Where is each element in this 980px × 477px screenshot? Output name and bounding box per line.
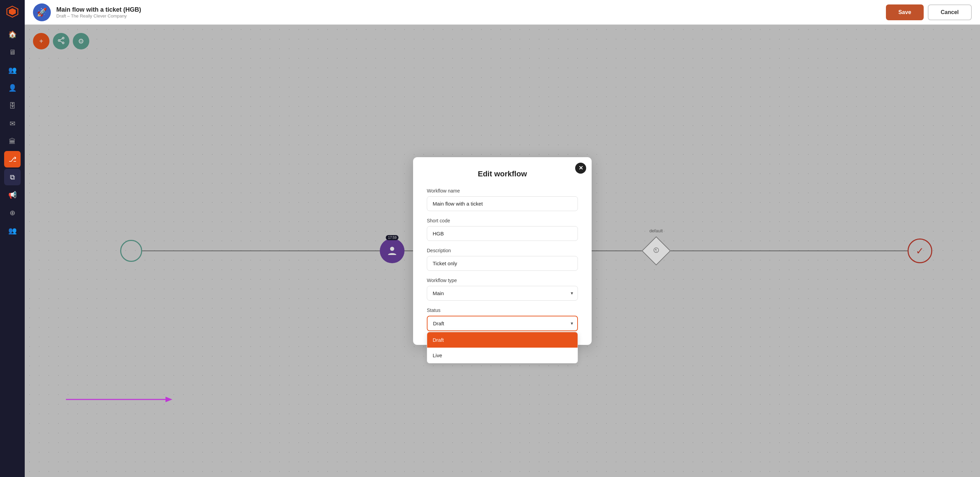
- short-code-label: Short code: [427, 218, 578, 223]
- short-code-input[interactable]: [427, 226, 578, 241]
- workflow-type-select-wrapper: Main Sub Event ▾: [427, 286, 578, 301]
- status-select-display[interactable]: Draft ▾: [427, 316, 578, 331]
- team-icon: 👥: [8, 227, 17, 235]
- sidebar-item-contacts[interactable]: 👤: [4, 79, 21, 96]
- short-code-field: Short code: [427, 218, 578, 241]
- status-select-wrapper: Draft ▾ Draft Live: [427, 316, 578, 331]
- header-subtitle: Draft – The Really Clever Company: [56, 13, 880, 19]
- workflow-type-field: Workflow type Main Sub Event ▾: [427, 277, 578, 301]
- sidebar-item-routes[interactable]: ⊕: [4, 204, 21, 221]
- header-title-group: Main flow with a ticket (HGB) Draft – Th…: [56, 6, 880, 19]
- sidebar-item-home[interactable]: 🏠: [4, 26, 21, 43]
- sidebar-item-database[interactable]: 🗄: [4, 97, 21, 114]
- status-field: Status Draft ▾ Draft Live: [427, 307, 578, 331]
- routes-icon: ⊕: [10, 209, 16, 217]
- description-label: Description: [427, 248, 578, 253]
- sidebar-item-bank[interactable]: 🏛: [4, 133, 21, 150]
- users-icon: 👥: [8, 66, 17, 74]
- sidebar-item-mail[interactable]: ✉: [4, 115, 21, 132]
- sidebar-item-team[interactable]: 👥: [4, 222, 21, 239]
- modal-close-button[interactable]: ✕: [575, 163, 586, 174]
- workflow-name-field: Workflow name: [427, 188, 578, 211]
- contacts-icon: 👤: [8, 84, 17, 92]
- copy-icon: ⧉: [10, 173, 15, 181]
- workflow-type-label: Workflow type: [427, 277, 578, 283]
- home-icon: 🏠: [8, 30, 17, 38]
- status-option-draft[interactable]: Draft: [427, 332, 578, 348]
- sidebar-item-git[interactable]: ⎇: [4, 151, 21, 168]
- bank-icon: 🏛: [9, 138, 16, 146]
- close-icon: ✕: [579, 165, 583, 171]
- sidebar-item-screens[interactable]: 🖥: [4, 44, 21, 60]
- description-field: Description: [427, 248, 578, 271]
- sidebar: 🏠 🖥 👥 👤 🗄 ✉ 🏛 ⎇ ⧉ 📢 ⊕ 👥: [0, 0, 25, 477]
- database-icon: 🗄: [9, 102, 16, 110]
- status-selected-value: Draft: [433, 320, 444, 326]
- app-logo[interactable]: [5, 4, 20, 19]
- header-title: Main flow with a ticket (HGB): [56, 6, 880, 13]
- sidebar-item-copy[interactable]: ⧉: [4, 169, 21, 185]
- workflow-icon: 🚀: [33, 3, 51, 21]
- screens-icon: 🖥: [9, 48, 16, 56]
- save-button[interactable]: Save: [886, 5, 923, 20]
- canvas-area: + ⚙: [25, 25, 980, 477]
- modal-overlay: ✕ Edit workflow Workflow name Short code…: [25, 25, 980, 477]
- status-chevron-icon: ▾: [571, 320, 573, 326]
- mail-icon: ✉: [10, 119, 16, 128]
- git-icon: ⎇: [9, 155, 16, 163]
- header-actions: Save Cancel: [886, 5, 972, 20]
- description-input[interactable]: [427, 256, 578, 271]
- sidebar-item-users[interactable]: 👥: [4, 62, 21, 78]
- main-area: 🚀 Main flow with a ticket (HGB) Draft – …: [25, 0, 980, 477]
- status-option-live[interactable]: Live: [427, 348, 578, 363]
- sidebar-item-speaker[interactable]: 📢: [4, 187, 21, 203]
- status-label: Status: [427, 307, 578, 313]
- speaker-icon: 📢: [8, 191, 17, 199]
- workflow-name-label: Workflow name: [427, 188, 578, 193]
- status-dropdown: Draft Live: [427, 332, 578, 363]
- modal-title: Edit workflow: [427, 170, 578, 178]
- edit-workflow-modal: ✕ Edit workflow Workflow name Short code…: [413, 157, 592, 345]
- workflow-type-select[interactable]: Main Sub Event: [427, 286, 578, 301]
- workflow-name-input[interactable]: [427, 196, 578, 211]
- svg-marker-1: [9, 8, 16, 15]
- cancel-button[interactable]: Cancel: [928, 5, 972, 20]
- header: 🚀 Main flow with a ticket (HGB) Draft – …: [25, 0, 980, 25]
